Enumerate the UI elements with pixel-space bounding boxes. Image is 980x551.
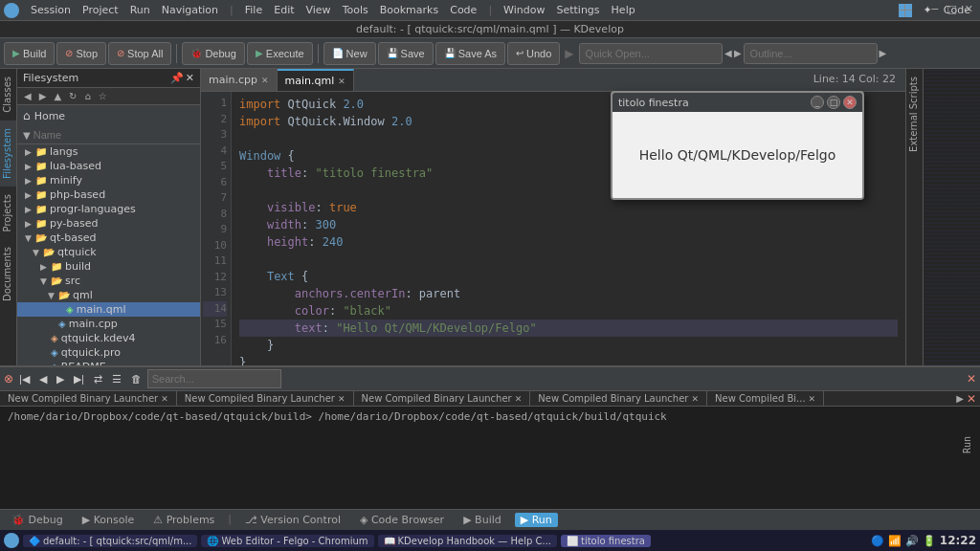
float-maximize[interactable]: □ (827, 96, 840, 109)
float-close[interactable]: ✕ (843, 96, 857, 109)
menu-view[interactable]: View (301, 2, 337, 18)
nav-back[interactable]: ◀ (724, 48, 732, 58)
tree-item-minify[interactable]: ▶ 📁 minify (17, 173, 200, 187)
tree-item-qml[interactable]: ▼ 📂 qml (17, 288, 200, 302)
status-tab-debug[interactable]: 🐞 Debug (6, 513, 69, 527)
bottom-tab-0[interactable]: New Compiled Binary Launcher ✕ (0, 391, 177, 406)
win-close[interactable]: ✕ (962, 3, 976, 15)
tab-close-0[interactable]: ✕ (161, 394, 168, 404)
menu-file[interactable]: File (239, 2, 268, 18)
status-tab-code-browser[interactable]: ◈ Code Browser (354, 513, 450, 527)
status-tab-version-control[interactable]: ⎇ Version Control (239, 513, 346, 527)
bottom-tab-2[interactable]: New Compiled Binary Launcher ✕ (354, 391, 531, 406)
home-row[interactable]: ⌂ Home (17, 105, 200, 126)
menu-settings[interactable]: Settings (550, 2, 605, 18)
menu-run[interactable]: Run (124, 2, 156, 18)
sidebar-tab-filesystem[interactable]: Filesystem (0, 121, 16, 187)
nav-up-btn[interactable]: ▲ (51, 90, 64, 102)
taskbar-titolo[interactable]: ⬜ titolo finestra (561, 535, 651, 547)
debug-button[interactable]: 🐞 Debug (182, 42, 244, 65)
undo-button[interactable]: ↩ Undo (507, 42, 560, 65)
sidebar-tab-classes[interactable]: Classes (0, 69, 16, 121)
status-tab-konsole[interactable]: ▶ Konsole (77, 513, 141, 527)
taskbar-chromium[interactable]: 🌐 Web Editor - Felgo - Chromium (201, 535, 373, 547)
bottom-search[interactable] (147, 369, 281, 388)
bottom-tab-3[interactable]: New Compiled Binary Launcher ✕ (530, 391, 707, 406)
tab-close-3[interactable]: ✕ (691, 394, 699, 404)
taskbar-kdevelop[interactable]: 🔷 default: - [ qtquick:src/qml/m... (23, 535, 197, 547)
tabs-scroll-right[interactable]: ▶ (956, 393, 964, 404)
tab-close-2[interactable]: ✕ (515, 394, 523, 404)
trash-btn[interactable]: 🗑 (127, 372, 145, 386)
first-btn[interactable]: |◀ (15, 372, 33, 386)
tree-item-langs[interactable]: ▶ 📁 langs (17, 144, 200, 159)
wrap-btn[interactable]: ⇄ (90, 372, 106, 386)
save-button[interactable]: 💾 Save (378, 42, 434, 65)
stop-all-button[interactable]: ⊘ Stop All (108, 42, 171, 65)
menu-bookmarks[interactable]: Bookmarks (374, 2, 444, 18)
nav-forward-btn[interactable]: ▶ (36, 90, 50, 102)
tree-item-main-cpp[interactable]: ◈ main.cpp (17, 317, 200, 331)
outline-nav[interactable]: ▶ (880, 48, 887, 58)
status-tab-build[interactable]: ▶ Build (457, 513, 507, 527)
outline-input[interactable] (744, 43, 878, 64)
tree-item-src[interactable]: ▼ 📂 src (17, 274, 200, 288)
nav-forward[interactable]: ▶ (734, 48, 742, 58)
close-all-tabs[interactable]: ✕ (967, 392, 976, 406)
prev-btn[interactable]: ◀ (35, 372, 51, 386)
status-tab-problems[interactable]: ⚠ Problems (147, 513, 220, 527)
tree-item-main-qml[interactable]: ◈ main.qml (17, 302, 200, 317)
home-btn[interactable]: ⌂ (82, 90, 94, 102)
bookmark-btn[interactable]: ☆ (96, 90, 110, 102)
sidebar-tab-documents[interactable]: Documents (0, 239, 16, 309)
stop-process-icon[interactable]: ⊗ (4, 372, 13, 386)
menu-navigation[interactable]: Navigation (156, 2, 224, 18)
tab-close-main-qml[interactable]: ✕ (338, 77, 345, 86)
tree-item-pro[interactable]: ◈ qtquick.pro (17, 345, 200, 360)
tree-item-qt[interactable]: ▼ 📂 qt-based (17, 231, 200, 245)
close-all-icon[interactable]: ✕ (967, 372, 976, 386)
win-minimize[interactable]: − (927, 3, 942, 15)
tree-item-build[interactable]: ▶ 📁 build (17, 259, 200, 274)
tree-item-php[interactable]: ▶ 📁 php-based (17, 187, 200, 202)
stop-button[interactable]: ⊘ Stop (56, 42, 106, 65)
next-btn[interactable]: ▶ (53, 372, 68, 386)
menu-help[interactable]: Help (606, 2, 641, 18)
tree-item-py[interactable]: ▶ 📁 py-based (17, 216, 200, 231)
tree-item-kdev4[interactable]: ◈ qtquick.kdev4 (17, 331, 200, 345)
win-maximize[interactable]: □ (944, 3, 959, 15)
status-tab-run[interactable]: ▶ Run (515, 513, 558, 527)
build-button[interactable]: ▶ Build (4, 42, 55, 65)
menu-tools[interactable]: Tools (337, 2, 374, 18)
bottom-tab-1[interactable]: New Compiled Binary Launcher ✕ (177, 391, 354, 406)
tab-main-cpp[interactable]: main.cpp ✕ (201, 69, 278, 91)
save-as-button[interactable]: 💾 Save As (435, 42, 505, 65)
sidebar-pin-icon[interactable]: 📌 (170, 72, 184, 84)
filter-input[interactable] (33, 129, 194, 141)
tree-item-progr[interactable]: ▶ 📁 progr-languages (17, 202, 200, 216)
tab-close-main-cpp[interactable]: ✕ (261, 76, 269, 85)
tab-main-qml[interactable]: main.qml ✕ (278, 69, 354, 91)
taskbar-handbook[interactable]: 📖 KDevelop Handbook — Help C... (378, 535, 557, 547)
last-btn[interactable]: ▶| (70, 372, 88, 386)
tree-item-readme[interactable]: ◈ README (17, 360, 200, 365)
filter-btn[interactable]: ☰ (108, 372, 125, 386)
right-tab-external-scripts[interactable]: External Scripts (906, 69, 923, 160)
execute-button[interactable]: ▶ Execute (247, 42, 313, 65)
menu-code[interactable]: Code (444, 2, 482, 18)
menu-project[interactable]: Project (77, 2, 124, 18)
nav-back-btn[interactable]: ◀ (21, 90, 34, 102)
menu-window[interactable]: Window (498, 2, 550, 18)
menu-session[interactable]: Session (25, 2, 77, 18)
reload-btn[interactable]: ↻ (66, 90, 79, 102)
sidebar-tab-projects[interactable]: Projects (0, 187, 16, 239)
sidebar-close-icon[interactable]: ✕ (186, 72, 194, 84)
menu-edit[interactable]: Edit (268, 2, 300, 18)
new-button[interactable]: 📄 New (323, 42, 376, 65)
tab-close-1[interactable]: ✕ (338, 394, 345, 404)
float-minimize[interactable]: _ (811, 96, 824, 109)
quick-open-input[interactable] (579, 43, 723, 64)
tree-item-lua[interactable]: ▶ 📁 lua-based (17, 159, 200, 173)
tab-close-4[interactable]: ✕ (809, 394, 816, 404)
tree-item-qtquick[interactable]: ▼ 📂 qtquick (17, 245, 200, 259)
